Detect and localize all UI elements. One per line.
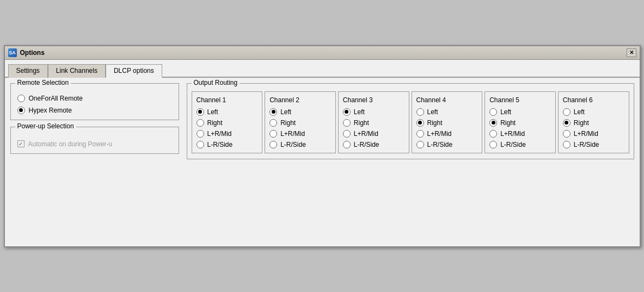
- ch3-left-radio: [343, 108, 351, 116]
- ch4-lrside[interactable]: L-R/Side: [416, 141, 478, 148]
- power-up-checkbox[interactable]: ✓: [17, 140, 24, 147]
- ch2-lrside-radio: [269, 141, 277, 148]
- window-title: Options: [20, 49, 45, 57]
- channel-6-col: Channel 6 Left Right: [558, 91, 629, 153]
- ch4-lrside-radio: [416, 141, 424, 148]
- ch1-left-radio: [197, 108, 204, 116]
- ch2-lrside-label: L-R/Side: [280, 141, 306, 148]
- channel-6-radio-group: Left Right L+R/Mid: [563, 108, 624, 148]
- options-window: SA Options ✕ Settings Link Channels DLCP…: [4, 45, 641, 247]
- close-button[interactable]: ✕: [627, 48, 636, 57]
- ch1-left[interactable]: Left: [197, 108, 258, 116]
- output-routing-label: Output Routing: [192, 79, 240, 86]
- main-content: Remote Selection OneForAll Remote Hypex …: [5, 78, 640, 246]
- ch5-left-radio: [489, 108, 497, 116]
- ch1-lrside-label: L-R/Side: [207, 141, 233, 148]
- ch3-lrmid[interactable]: L+R/Mid: [343, 130, 404, 138]
- ch6-lrside[interactable]: L-R/Side: [563, 141, 624, 148]
- ch5-right-radio: [489, 119, 497, 127]
- ch3-left[interactable]: Left: [343, 108, 404, 116]
- channel-4-radio-group: Left Right L+R/Mid: [416, 108, 478, 148]
- ch2-right[interactable]: Right: [269, 119, 331, 127]
- ch6-lrside-label: L-R/Side: [574, 141, 599, 148]
- ch6-left-label: Left: [574, 108, 585, 116]
- left-panel: Remote Selection OneForAll Remote Hypex …: [10, 83, 179, 241]
- ch6-left-radio: [563, 108, 571, 116]
- ch4-right-radio: [416, 119, 424, 127]
- ch5-left[interactable]: Left: [489, 108, 551, 116]
- channel-5-radio-group: Left Right L+R/Mid: [489, 108, 551, 148]
- channel-3-radio-group: Left Right L+R/Mid: [343, 108, 404, 148]
- ch1-lrside[interactable]: L-R/Side: [197, 141, 258, 148]
- ch4-lrmid-label: L+R/Mid: [427, 130, 452, 138]
- tab-settings[interactable]: Settings: [8, 64, 48, 78]
- right-panel: Output Routing Channel 1 Left R: [187, 83, 634, 241]
- output-routing-group: Output Routing Channel 1 Left R: [187, 83, 634, 159]
- ch1-lrmid-label: L+R/Mid: [207, 130, 232, 138]
- ch3-right[interactable]: Right: [343, 119, 404, 127]
- title-bar-left: SA Options: [8, 48, 45, 57]
- ch2-lrmid-radio: [269, 130, 277, 138]
- radio-one-for-all[interactable]: OneForAll Remote: [17, 95, 172, 102]
- ch5-lrside-label: L-R/Side: [500, 141, 526, 148]
- remote-selection-label: Remote Selection: [15, 79, 71, 86]
- channel-2-col: Channel 2 Left Right: [265, 91, 336, 153]
- ch6-lrside-radio: [563, 141, 571, 148]
- ch5-right[interactable]: Right: [489, 119, 551, 127]
- ch4-lrmid[interactable]: L+R/Mid: [416, 130, 478, 138]
- ch5-lrside[interactable]: L-R/Side: [489, 141, 551, 148]
- title-buttons: ✕: [627, 48, 636, 57]
- ch3-right-label: Right: [354, 119, 369, 127]
- ch3-lrmid-radio: [343, 130, 351, 138]
- radio-hypex[interactable]: Hypex Remote: [17, 107, 172, 114]
- ch4-right[interactable]: Right: [416, 119, 478, 127]
- ch6-left[interactable]: Left: [563, 108, 624, 116]
- power-up-selection-group: Power-up Selection ✓ Automatic on during…: [10, 127, 179, 154]
- ch4-lrmid-radio: [416, 130, 424, 138]
- ch2-lrmid-label: L+R/Mid: [280, 130, 305, 138]
- ch4-left-radio: [416, 108, 424, 116]
- ch3-lrside-radio: [343, 141, 351, 148]
- ch2-left[interactable]: Left: [269, 108, 331, 116]
- tab-bar: Settings Link Channels DLCP options: [5, 60, 640, 78]
- ch6-right[interactable]: Right: [563, 119, 624, 127]
- ch6-lrmid[interactable]: L+R/Mid: [563, 130, 624, 138]
- power-up-checkbox-label: Automatic on during Power-u: [28, 140, 113, 148]
- ch3-lrmid-label: L+R/Mid: [354, 130, 378, 138]
- bottom-area: [187, 159, 634, 241]
- ch2-left-radio: [269, 108, 277, 116]
- ch1-right[interactable]: Right: [197, 119, 258, 127]
- tab-link-channels[interactable]: Link Channels: [48, 64, 106, 78]
- ch2-lrmid[interactable]: L+R/Mid: [269, 130, 331, 138]
- ch2-right-label: Right: [280, 119, 296, 127]
- power-up-selection-label: Power-up Selection: [15, 122, 76, 130]
- channel-6-title: Channel 6: [563, 96, 624, 104]
- ch5-left-label: Left: [500, 108, 511, 116]
- channel-5-col: Channel 5 Left Right: [484, 91, 556, 153]
- ch4-left[interactable]: Left: [416, 108, 478, 116]
- channels-grid: Channel 1 Left Right: [192, 91, 629, 153]
- ch2-left-label: Left: [280, 108, 291, 116]
- channel-1-title: Channel 1: [197, 96, 258, 104]
- ch2-lrside[interactable]: L-R/Side: [269, 141, 331, 148]
- ch6-lrmid-radio: [563, 130, 571, 138]
- ch1-lrmid-radio: [197, 130, 204, 138]
- channel-2-title: Channel 2: [269, 96, 331, 104]
- ch1-lrmid[interactable]: L+R/Mid: [197, 130, 258, 138]
- ch6-lrmid-label: L+R/Mid: [574, 130, 598, 138]
- ch5-lrmid-label: L+R/Mid: [500, 130, 525, 138]
- radio-label-hypex: Hypex Remote: [29, 107, 72, 114]
- ch5-right-label: Right: [500, 119, 516, 127]
- radio-circle-one-for-all: [17, 95, 25, 102]
- power-up-checkbox-item[interactable]: ✓ Automatic on during Power-u: [17, 140, 172, 148]
- ch3-lrside[interactable]: L-R/Side: [343, 141, 404, 148]
- tab-dlcp-options[interactable]: DLCP options: [106, 64, 162, 78]
- ch5-lrmid[interactable]: L+R/Mid: [489, 130, 551, 138]
- app-icon: SA: [8, 48, 17, 57]
- ch3-right-radio: [343, 119, 351, 127]
- channel-2-radio-group: Left Right L+R/Mid: [269, 108, 331, 148]
- title-bar: SA Options ✕: [5, 46, 640, 60]
- channel-1-radio-group: Left Right L+R/Mid: [197, 108, 258, 148]
- ch2-right-radio: [269, 119, 277, 127]
- remote-selection-group: Remote Selection OneForAll Remote Hypex …: [10, 83, 179, 120]
